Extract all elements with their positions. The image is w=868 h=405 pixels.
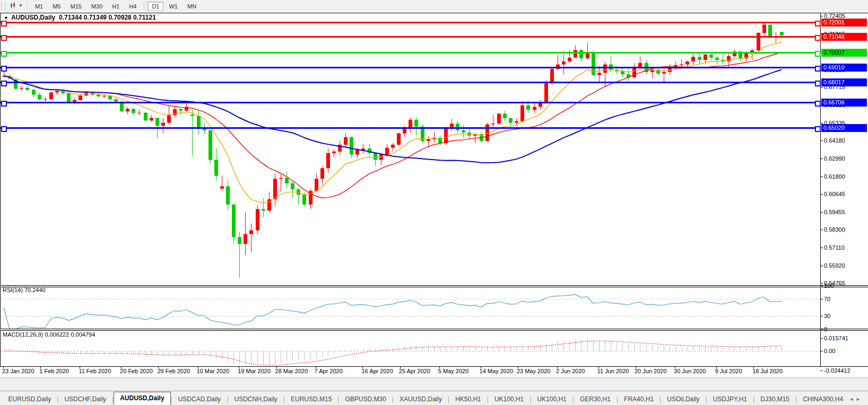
chart-tab-uk100-h1[interactable]: UK100,H1 [489,393,530,405]
hline-handle-right[interactable] [815,101,821,107]
chart-tab-fra40-h1[interactable]: FRA40,H1 [618,393,659,405]
macd-label: MACD(12,26,9) 0.006222 0.004794 [3,331,95,338]
timeframe-button-m5[interactable]: M5 [48,2,65,11]
rsi-tick-dash [820,316,823,316]
date-label: 19 Mar 2020 [238,368,271,374]
price-tick-dash [820,283,823,284]
chart-tab-eurusd-daily[interactable]: EURUSD,Daily [3,393,57,405]
hline-handle-right[interactable] [815,35,821,41]
timeframe-button-w1[interactable]: W1 [164,2,182,11]
date-label: 20 Feb 2020 [120,368,153,374]
hline-handle-left[interactable] [1,21,7,27]
hline-price-tag: 0.65020 [821,124,867,132]
chart-tab-uk100-h1[interactable]: UK100,H1 [531,393,572,405]
price-tick-label: 0.61800 [824,173,845,180]
date-label: 30 Jun 2020 [674,368,706,374]
rsi-tick-label: 70 [824,295,830,303]
chart-frame-bottom [0,366,868,367]
hline-0.68017[interactable] [1,82,820,83]
chart-tabbar: EURUSD,Daily|USDCHF,Daily|AUDUSD,Daily|U… [0,391,868,405]
hline-price-tag: 0.69010 [821,64,867,72]
macd-panel-canvas[interactable] [1,331,820,366]
price-tick-dash [820,16,823,16]
rsi-tick-dash [820,329,823,330]
date-label: 10 Mar 2020 [197,368,230,374]
date-label: 9 Jul 2020 [715,368,742,374]
macd-tick-label: 0.00 [824,347,835,355]
hline-0.65020[interactable] [1,127,820,129]
hline-handle-left[interactable] [1,35,7,41]
tab-scroll-arrows[interactable]: ◄► [849,397,863,405]
chart-tab-xauusd-daily[interactable]: XAUUSD,Daily [394,393,448,405]
date-label: 14 May 2020 [480,368,514,374]
hline-handle-right[interactable] [815,126,821,132]
chart-tab-gbpusd-m30[interactable]: GBPUSD,M30 [339,393,392,405]
price-tick-label: 0.64180 [824,137,845,144]
timeframe-button-m15[interactable]: M15 [66,2,85,11]
price-tick-dash [820,266,823,266]
hline-handle-left[interactable] [1,126,7,132]
timeframe-button-m30[interactable]: M30 [87,2,107,11]
scroll-strip [0,377,868,391]
timeframe-button-h1[interactable]: H1 [108,2,124,11]
hline-handle-left[interactable] [1,51,7,57]
hline-0.72001[interactable] [1,22,820,23]
candlestick-chart-icon [10,2,17,9]
chart-tab-usdchf-daily[interactable]: USDCHF,Daily [58,393,112,405]
hline-price-tag: 0.68017 [821,78,867,86]
price-tick-dash [820,123,823,124]
tab-scroll-right-icon[interactable]: ► [856,397,863,402]
toolbar-grip[interactable] [1,2,5,10]
chart-tab-audusd-daily[interactable]: AUDUSD,Daily [114,392,170,405]
price-tick-label: 0.59455 [824,208,845,216]
chart-tab-eurusd-m15[interactable]: EURUSD,M15 [285,393,337,405]
chevron-down-icon: ▼ [19,3,23,8]
chart-title: ▼AUDUSD,Daily 0.71344 0.71349 0.70928 0.… [4,14,156,21]
chart-type-button[interactable]: ▼ [8,2,24,10]
chart-menu-caret-icon[interactable]: ▼ [4,15,8,21]
date-label: 16 Apr 2020 [361,368,393,374]
timeframe-button-mn[interactable]: MN [183,2,201,11]
price-tick-dash [820,159,823,159]
hline-handle-right[interactable] [815,51,821,57]
rsi-tick-label: 30 [824,312,830,320]
date-label: 23 May 2020 [517,368,551,374]
price-tick-dash [820,212,823,213]
date-label: 29 Feb 2020 [157,368,190,374]
price-tick-label: 0.55920 [824,262,845,269]
chart-tab-usdcnh-daily[interactable]: USDCNH,Daily [229,393,283,405]
macd-tick-label: -0.024412 [824,367,850,374]
hline-handle-left[interactable] [1,81,7,86]
chart-tab-usdcad-daily[interactable]: USDCAD,Daily [172,393,227,405]
date-label: 2 Jun 2020 [556,368,585,374]
chart-tab-dj30-m15[interactable]: DJ30,M15 [754,393,795,405]
rsi-tick-dash [820,286,823,286]
chart-tab-usoil-daily[interactable]: USOil,Daily [661,393,705,405]
chart-tab-hk50-h1[interactable]: HK50,H1 [449,393,487,405]
hline-price-tag: 0.66706 [821,99,867,107]
chart-tab-ger30-h1[interactable]: GER30,H1 [574,393,617,405]
timeframe-button-h4[interactable]: H4 [125,2,141,11]
chart-tab-china300-h4[interactable]: CHINA300,H4 [797,393,849,405]
price-chart-canvas[interactable] [1,13,820,285]
toolbar-separator [27,2,28,10]
date-label: 11 Jun 2020 [597,368,629,374]
hline-handle-right[interactable] [815,21,821,27]
hline-handle-right[interactable] [815,66,821,72]
hline-0.66706[interactable] [1,102,820,103]
toolbar-separator [144,2,144,10]
hline-0.70007[interactable] [1,52,820,54]
timeframe-button-m1[interactable]: M1 [31,2,47,11]
chart-tab-usdjpy-h1[interactable]: USDJPY,H1 [707,393,753,405]
hline-handle-left[interactable] [1,101,7,107]
hline-0.69010[interactable] [1,67,820,68]
rsi-panel-canvas[interactable] [1,287,820,329]
tab-scroll-left-icon[interactable]: ◄ [849,397,856,402]
price-tick-label: 0.62990 [824,155,845,162]
date-label: 23 Jan 2020 [2,368,34,374]
timeframe-button-d1[interactable]: D1 [147,2,163,11]
timeframe-buttons: M1M5M15M30H1H4D1W1MN [30,1,201,11]
hline-handle-left[interactable] [1,66,7,72]
hline-0.71046[interactable] [1,36,820,38]
hline-handle-right[interactable] [815,81,821,86]
